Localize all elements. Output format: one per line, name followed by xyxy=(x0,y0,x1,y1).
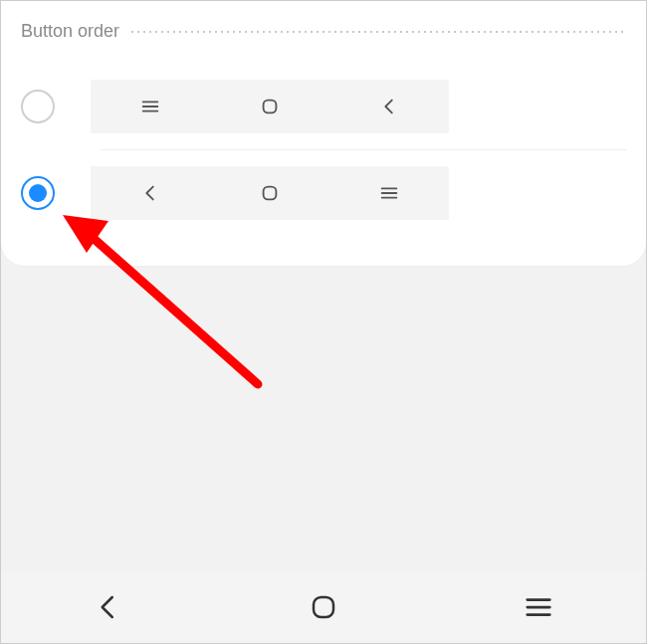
radio-option-2[interactable] xyxy=(21,176,55,210)
section-title: Button order xyxy=(21,21,119,42)
button-order-option-1[interactable] xyxy=(21,64,626,149)
button-order-card: Button order xyxy=(1,1,646,266)
svg-rect-3 xyxy=(264,101,277,113)
nav-preview-option-2 xyxy=(91,166,449,220)
radio-option-1[interactable] xyxy=(21,90,55,123)
system-navigation-bar xyxy=(1,571,646,643)
home-icon xyxy=(259,182,281,204)
nav-preview-option-1 xyxy=(91,80,449,133)
nav-back-button[interactable] xyxy=(94,592,123,622)
nav-home-button[interactable] xyxy=(309,592,338,622)
back-icon xyxy=(139,182,161,204)
svg-rect-11 xyxy=(314,597,333,617)
button-order-option-2[interactable] xyxy=(21,150,626,236)
section-header: Button order xyxy=(21,21,626,42)
svg-rect-4 xyxy=(264,187,277,200)
recents-icon xyxy=(378,182,400,204)
home-icon xyxy=(259,96,281,117)
recents-icon xyxy=(139,96,161,117)
back-icon xyxy=(378,96,400,117)
nav-recents-button[interactable] xyxy=(524,592,553,622)
header-dotted-line xyxy=(129,31,626,33)
